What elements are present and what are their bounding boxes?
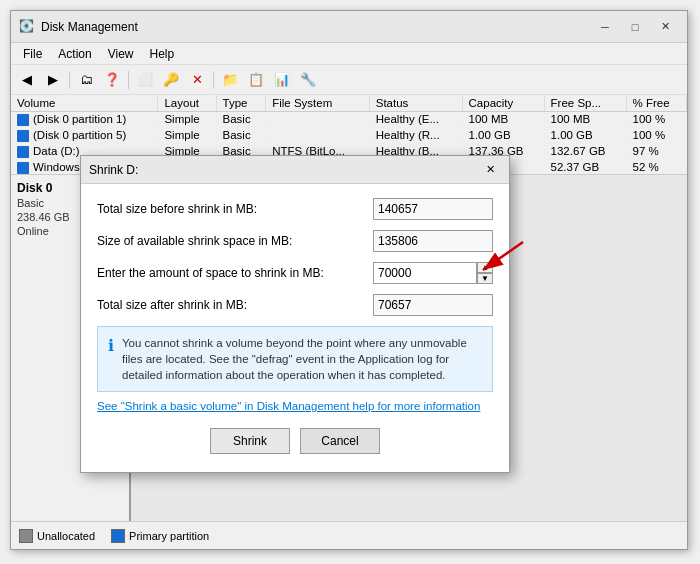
spinner-up[interactable]: ▲ (477, 262, 493, 273)
dialog-content: Total size before shrink in MB: Size of … (81, 184, 509, 472)
form-row-total-after: Total size after shrink in MB: (97, 294, 493, 316)
label-total-before: Total size before shrink in MB: (97, 202, 373, 216)
input-wrap-total-after (373, 294, 493, 316)
form-row-shrink-amount: Enter the amount of space to shrink in M… (97, 262, 493, 284)
dialog-title-bar: Shrink D: ✕ (81, 156, 509, 184)
label-available: Size of available shrink space in MB: (97, 234, 373, 248)
spinner: ▲ ▼ (477, 262, 493, 284)
info-icon: ℹ (108, 335, 114, 383)
dialog-overlay: Shrink D: ✕ Total size before shrink in … (0, 0, 700, 564)
label-total-after: Total size after shrink in MB: (97, 298, 373, 312)
dialog-buttons: Shrink Cancel (97, 422, 493, 462)
info-text: You cannot shrink a volume beyond the po… (122, 335, 482, 383)
input-wrap-total-before (373, 198, 493, 220)
input-shrink-amount[interactable] (373, 262, 477, 284)
input-available (373, 230, 493, 252)
form-row-available: Size of available shrink space in MB: (97, 230, 493, 252)
cancel-button[interactable]: Cancel (300, 428, 380, 454)
shrink-dialog: Shrink D: ✕ Total size before shrink in … (80, 155, 510, 473)
form-row-total-before: Total size before shrink in MB: (97, 198, 493, 220)
dialog-close-button[interactable]: ✕ (479, 161, 501, 179)
spinner-down[interactable]: ▼ (477, 273, 493, 284)
dialog-title: Shrink D: (89, 163, 479, 177)
label-shrink-amount: Enter the amount of space to shrink in M… (97, 266, 373, 280)
input-wrap-shrink-amount: ▲ ▼ (373, 262, 493, 284)
input-wrap-available (373, 230, 493, 252)
info-box: ℹ You cannot shrink a volume beyond the … (97, 326, 493, 392)
shrink-button[interactable]: Shrink (210, 428, 290, 454)
input-total-after (373, 294, 493, 316)
input-total-before (373, 198, 493, 220)
help-link[interactable]: See "Shrink a basic volume" in Disk Mana… (97, 400, 493, 412)
